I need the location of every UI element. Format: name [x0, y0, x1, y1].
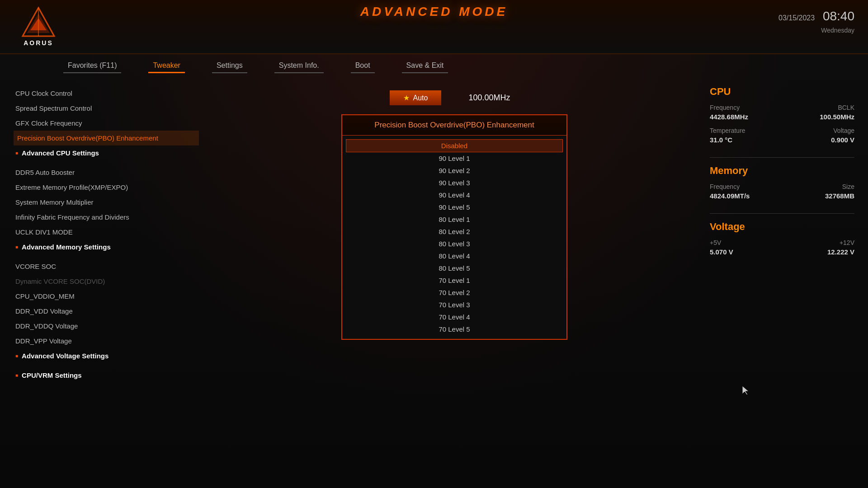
cursor-icon — [741, 385, 750, 396]
memory-info-section: Memory Frequency Size 4824.09MT/s 32768M… — [710, 165, 854, 200]
memory-size-value: 32768MB — [825, 192, 854, 200]
right-panel: CPU Frequency BCLK 4428.68MHz 100.50MHz … — [696, 77, 868, 452]
pbo-option-70-l1[interactable]: 70 Level 1 — [346, 274, 563, 286]
bottom-bar: Offers five boost levels for three targe… — [0, 452, 868, 488]
pbo-list: Disabled 90 Level 1 90 Level 2 90 Level … — [342, 136, 566, 339]
sidebar-item-infinity-fabric[interactable]: Infinity Fabric Frequency and Dividers — [14, 210, 199, 225]
cpu-title: CPU — [710, 86, 854, 98]
sidebar-item-mem-multiplier[interactable]: System Memory Multiplier — [14, 195, 199, 210]
memory-title: Memory — [710, 165, 854, 177]
sidebar-item-pbo[interactable]: Precision Boost Overdrive(PBO) Enhanceme… — [14, 131, 199, 145]
date-display: 03/15/2023 08:40 — [778, 7, 854, 26]
pbo-dialog-title: Precision Boost Overdrive(PBO) Enhanceme… — [342, 115, 566, 136]
voltage-title: Voltage — [710, 221, 854, 233]
pbo-option-70-l2[interactable]: 70 Level 2 — [346, 286, 563, 299]
logo-area: AORUS — [9, 7, 68, 47]
pbo-option-90-l1[interactable]: 90 Level 1 — [346, 152, 563, 164]
sidebar-item-spread-spectrum[interactable]: Spread Spectrum Control — [14, 101, 199, 116]
svg-marker-4 — [742, 386, 749, 395]
sidebar-item-advanced-voltage[interactable]: Advanced Voltage Settings — [14, 348, 199, 363]
date-text: 03/15/2023 — [778, 14, 815, 22]
memory-frequency-row: Frequency Size — [710, 183, 854, 190]
cpu-voltage-label: Voltage — [833, 127, 854, 134]
top-row: Auto 100.00MHz — [222, 90, 687, 105]
nav-sysinfo[interactable]: System Info. — [274, 59, 324, 72]
aorus-logo-icon — [20, 7, 57, 38]
v5-label: +5V — [710, 239, 721, 246]
sidebar-item-cpu-vddio[interactable]: CPU_VDDIO_MEM — [14, 289, 199, 304]
pbo-option-80-l1[interactable]: 80 Level 1 — [346, 213, 563, 225]
bottom-buttons: Help (F1) Easy Mode (F2) Smart Fan 6 — [646, 463, 832, 478]
sidebar-item-ddr-vddq[interactable]: DDR_VDDQ Voltage — [14, 319, 199, 333]
voltage-labels-row: +5V +12V — [710, 239, 854, 246]
day-display: Wednesday — [778, 26, 854, 35]
header: AORUS ADVANCED MODE 03/15/2023 08:40 Wed… — [0, 0, 868, 54]
pbo-option-80-l5[interactable]: 80 Level 5 — [346, 262, 563, 274]
nav-bar: Favorites (F11) Tweaker Settings System … — [0, 54, 868, 77]
nav-save-exit[interactable]: Save & Exit — [402, 59, 448, 72]
pbo-dialog: Precision Boost Overdrive(PBO) Enhanceme… — [341, 114, 567, 340]
cpu-frequency-values: 4428.68MHz 100.50MHz — [710, 113, 854, 121]
smart-fan-button[interactable]: Smart Fan 6 — [774, 463, 832, 478]
memory-frequency-value: 4824.09MT/s — [710, 192, 750, 200]
pbo-option-70-l5[interactable]: 70 Level 5 — [346, 323, 563, 335]
sidebar-item-ddr-vpp[interactable]: DDR_VPP Voltage — [14, 333, 199, 348]
cpu-info-section: CPU Frequency BCLK 4428.68MHz 100.50MHz … — [710, 86, 854, 144]
pbo-option-90-l3[interactable]: 90 Level 3 — [346, 177, 563, 189]
v12-value: 12.222 V — [827, 248, 854, 256]
help-button[interactable]: Help (F1) — [646, 463, 696, 478]
divider-2 — [710, 213, 854, 214]
cpu-temp-value: 31.0 °C — [710, 136, 732, 144]
cpu-temp-values: 31.0 °C 0.900 V — [710, 136, 854, 144]
memory-values: 4824.09MT/s 32768MB — [710, 192, 854, 200]
cursor-area — [741, 385, 750, 398]
sidebar-item-gfx-clock[interactable]: GFX Clock Frequency — [14, 116, 199, 131]
pbo-option-80-l2[interactable]: 80 Level 2 — [346, 225, 563, 238]
sidebar-item-advanced-cpu[interactable]: Advanced CPU Settings — [14, 145, 199, 160]
pbo-option-70-l4[interactable]: 70 Level 4 — [346, 311, 563, 323]
cpu-frequency-row: Frequency BCLK — [710, 104, 854, 111]
main-content: CPU Clock Control Spread Spectrum Contro… — [0, 77, 868, 452]
easy-mode-button[interactable]: Easy Mode (F2) — [700, 463, 769, 478]
mhz-value: 100.00MHz — [459, 90, 519, 105]
sidebar-item-advanced-memory[interactable]: Advanced Memory Settings — [14, 239, 199, 254]
pbo-option-90-l4[interactable]: 90 Level 4 — [346, 189, 563, 201]
pbo-option-70-l3[interactable]: 70 Level 3 — [346, 299, 563, 311]
memory-size-label: Size — [842, 183, 854, 190]
pbo-option-80-l3[interactable]: 80 Level 3 — [346, 238, 563, 250]
cpu-temp-row: Temperature Voltage — [710, 127, 854, 134]
sidebar-item-dynamic-vcore: Dynamic VCORE SOC(DVID) — [14, 274, 199, 289]
description-text: Offers five boost levels for three targe… — [36, 460, 628, 480]
nav-boot[interactable]: Boot — [351, 59, 375, 72]
time-display: 08:40 — [823, 9, 854, 23]
sidebar-item-xmp-expo[interactable]: Extreme Memory Profile(XMP/EXPO) — [14, 180, 199, 195]
voltage-info-section: Voltage +5V +12V 5.070 V 12.222 V — [710, 221, 854, 256]
sidebar-item-uclk[interactable]: UCLK DIV1 MODE — [14, 225, 199, 239]
sidebar-item-ddr-vdd[interactable]: DDR_VDD Voltage — [14, 304, 199, 319]
auto-badge[interactable]: Auto — [390, 90, 442, 105]
sidebar-item-cpu-vrm[interactable]: CPU/VRM Settings — [14, 368, 199, 383]
nav-favorites[interactable]: Favorites (F11) — [63, 59, 121, 72]
pbo-option-disabled[interactable]: Disabled — [346, 139, 563, 152]
sidebar-item-ddr5-booster[interactable]: DDR5 Auto Booster — [14, 165, 199, 180]
voltage-values-row: 5.070 V 12.222 V — [710, 248, 854, 256]
cpu-voltage-value: 0.900 V — [831, 136, 854, 144]
sidebar-item-cpu-clock-control[interactable]: CPU Clock Control — [14, 86, 199, 101]
center-area: Auto 100.00MHz Precision Boost Overdrive… — [212, 77, 696, 452]
title-area: ADVANCED MODE — [360, 5, 508, 19]
cpu-frequency-value: 4428.68MHz — [710, 113, 748, 121]
nav-settings[interactable]: Settings — [212, 59, 247, 72]
nav-tweaker[interactable]: Tweaker — [148, 59, 184, 72]
memory-frequency-label: Frequency — [710, 183, 740, 190]
sidebar-item-vcore-soc[interactable]: VCORE SOC — [14, 259, 199, 274]
logo-text: AORUS — [24, 39, 53, 47]
cpu-temp-label: Temperature — [710, 127, 745, 134]
pbo-option-90-l2[interactable]: 90 Level 2 — [346, 164, 563, 177]
divider-1 — [710, 157, 854, 158]
cpu-frequency-label: Frequency — [710, 104, 740, 111]
sidebar: CPU Clock Control Spread Spectrum Contro… — [0, 77, 212, 452]
cpu-bclk-value: 100.50MHz — [820, 113, 854, 121]
pbo-option-80-l4[interactable]: 80 Level 4 — [346, 250, 563, 262]
v12-label: +12V — [840, 239, 854, 246]
pbo-option-90-l5[interactable]: 90 Level 5 — [346, 201, 563, 213]
